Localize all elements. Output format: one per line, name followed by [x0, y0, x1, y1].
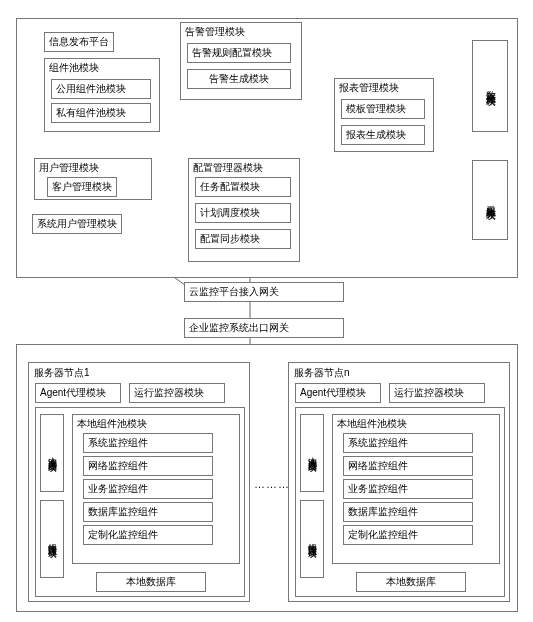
label: 系统用户管理模块: [37, 218, 117, 229]
label: 组件管理器模块: [306, 536, 319, 543]
title: 本地组件池模块: [333, 415, 499, 433]
enterprise-gateway: 企业监控系统出口网关: [184, 318, 344, 338]
label: 本地数据库: [386, 576, 436, 587]
local-database-n: 本地数据库: [356, 572, 466, 592]
alarm-rule-config: 告警规则配置模块: [187, 43, 291, 63]
label: 本地数据库: [126, 576, 176, 587]
label: 私有组件池模块: [56, 107, 126, 118]
run-monitor-module: 运行监控器模块: [129, 383, 225, 403]
label: 本地调度器模块: [46, 450, 59, 457]
config-manager-module: 配置管理器模块 任务配置模块 计划调度模块 配置同步模块: [188, 158, 300, 262]
title: 用户管理模块: [35, 159, 151, 177]
label: 运行监控器模块: [394, 387, 464, 398]
label: 云监控平台接入网关: [189, 286, 279, 297]
biz-monitor-comp-n: 业务监控组件: [343, 479, 473, 499]
label: 任务配置模块: [200, 181, 260, 192]
label: 信息发布平台: [49, 36, 109, 47]
server-node-n: 服务器节点n Agent代理模块 运行监控器模块 本地调度器模块 组件管理器模块…: [288, 362, 510, 602]
net-monitor-comp-n: 网络监控组件: [343, 456, 473, 476]
label: 系统监控组件: [348, 437, 408, 448]
title: 组件池模块: [45, 59, 159, 77]
sys-user-mgmt-module: 系统用户管理模块: [32, 214, 122, 234]
label: 告警生成模块: [209, 73, 269, 84]
label: 企业监控系统出口网关: [189, 322, 289, 333]
biz-monitor-comp: 业务监控组件: [83, 479, 213, 499]
private-component-pool: 私有组件池模块: [51, 103, 151, 123]
local-component-pool-n: 本地组件池模块 系统监控组件 网络监控组件 业务监控组件 数据库监控组件 定制化…: [332, 414, 500, 564]
label: 组件管理器模块: [46, 536, 59, 543]
task-config: 任务配置模块: [195, 177, 291, 197]
label: 计划调度模块: [200, 207, 260, 218]
label: 业务监控组件: [348, 483, 408, 494]
local-database: 本地数据库: [96, 572, 206, 592]
label: 报表生成模块: [346, 129, 406, 140]
component-manager-module: 组件管理器模块: [40, 500, 64, 578]
db-monitor-comp: 数据库监控组件: [83, 502, 213, 522]
cloud-gateway: 云监控平台接入网关: [184, 282, 344, 302]
info-publish-platform: 信息发布平台: [44, 32, 114, 52]
alarm-mgmt-module: 告警管理模块 告警规则配置模块 告警生成模块: [180, 22, 302, 100]
label: 数据库监控组件: [348, 506, 418, 517]
report-template-mgmt: 模板管理模块: [341, 99, 425, 119]
user-mgmt-module: 用户管理模块 客户管理模块: [34, 158, 152, 200]
config-sync: 配置同步模块: [195, 229, 291, 249]
report-mgmt-module: 报表管理模块 模板管理模块 报表生成模块: [334, 78, 434, 152]
net-monitor-comp: 网络监控组件: [83, 456, 213, 476]
label: 采集服务模块: [483, 197, 497, 203]
title: 告警管理模块: [181, 23, 301, 41]
label: 公用组件池模块: [56, 83, 126, 94]
component-manager-module-n: 组件管理器模块: [300, 500, 324, 578]
local-scheduler-module-n: 本地调度器模块: [300, 414, 324, 492]
label: 运行监控器模块: [134, 387, 204, 398]
local-component-pool: 本地组件池模块 系统监控组件 网络监控组件 业务监控组件 数据库监控组件 定制化…: [72, 414, 240, 564]
label: 配置同步模块: [200, 233, 260, 244]
sys-monitor-comp-n: 系统监控组件: [343, 433, 473, 453]
label: 告警规则配置模块: [192, 47, 272, 58]
agent-proxy-module-n: Agent代理模块: [295, 383, 381, 403]
label: 数据库监控组件: [88, 506, 158, 517]
title: 服务器节点1: [29, 363, 249, 383]
custom-monitor-comp-n: 定制化监控组件: [343, 525, 473, 545]
data-warehouse-module: 数据仓库模块: [472, 40, 508, 132]
report-gen: 报表生成模块: [341, 125, 425, 145]
component-pool-module: 组件池模块 公用组件池模块 私有组件池模块: [44, 58, 160, 132]
title: 配置管理器模块: [189, 159, 299, 177]
label: 系统监控组件: [88, 437, 148, 448]
label: 客户管理模块: [52, 181, 112, 192]
local-scheduler-module: 本地调度器模块: [40, 414, 64, 492]
label: 模板管理模块: [346, 103, 406, 114]
agent-proxy-module: Agent代理模块: [35, 383, 121, 403]
label: 数据仓库模块: [483, 83, 497, 89]
db-monitor-comp-n: 数据库监控组件: [343, 502, 473, 522]
custom-monitor-comp: 定制化监控组件: [83, 525, 213, 545]
title: 报表管理模块: [335, 79, 433, 97]
customer-mgmt-module: 客户管理模块: [47, 177, 117, 197]
sys-monitor-comp: 系统监控组件: [83, 433, 213, 453]
label: 本地调度器模块: [306, 450, 319, 457]
label: 业务监控组件: [88, 483, 148, 494]
plan-schedule: 计划调度模块: [195, 203, 291, 223]
server-node-1: 服务器节点1 Agent代理模块 运行监控器模块 本地调度器模块 组件管理器模块…: [28, 362, 250, 602]
title: 服务器节点n: [289, 363, 509, 383]
label: 定制化监控组件: [348, 529, 418, 540]
label: 网络监控组件: [88, 460, 148, 471]
label: Agent代理模块: [40, 387, 106, 398]
title: 本地组件池模块: [73, 415, 239, 433]
label: 定制化监控组件: [88, 529, 158, 540]
collect-service-module: 采集服务模块: [472, 160, 508, 240]
server1-inner: 本地调度器模块 组件管理器模块 本地组件池模块 系统监控组件 网络监控组件 业务…: [35, 407, 245, 597]
public-component-pool: 公用组件池模块: [51, 79, 151, 99]
run-monitor-module-n: 运行监控器模块: [389, 383, 485, 403]
label: 网络监控组件: [348, 460, 408, 471]
alarm-gen: 告警生成模块: [187, 69, 291, 89]
servern-inner: 本地调度器模块 组件管理器模块 本地组件池模块 系统监控组件 网络监控组件 业务…: [295, 407, 505, 597]
label: Agent代理模块: [300, 387, 366, 398]
